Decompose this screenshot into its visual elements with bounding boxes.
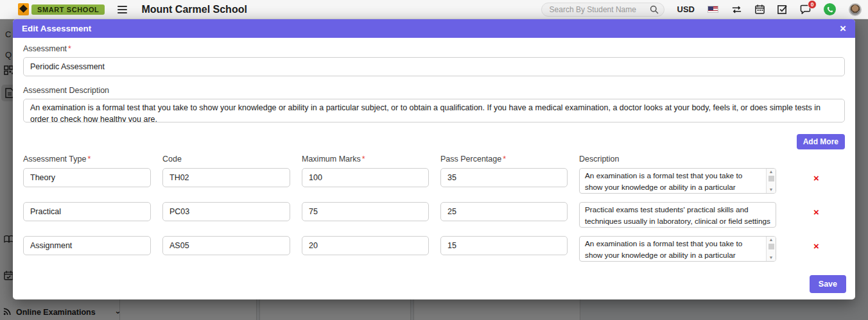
column-description: Description bbox=[579, 155, 776, 164]
code-field[interactable] bbox=[162, 168, 290, 187]
textarea-scrollbar[interactable]: ▲ ▼ bbox=[766, 169, 776, 193]
scroll-thumb[interactable] bbox=[768, 244, 774, 249]
hamburger-menu-icon[interactable] bbox=[117, 6, 127, 13]
type-field[interactable] bbox=[23, 202, 151, 221]
language-flag-icon[interactable] bbox=[707, 6, 718, 13]
exchange-icon[interactable] bbox=[731, 6, 742, 13]
description-field[interactable]: An examination is a formal test that you… bbox=[579, 168, 776, 194]
search-input[interactable] bbox=[541, 3, 664, 17]
chat-icon[interactable]: 0 bbox=[800, 4, 811, 14]
scroll-down-icon[interactable]: ▼ bbox=[769, 255, 774, 260]
code-field[interactable] bbox=[162, 202, 290, 221]
assessment-type-header-row: Assessment Type* Code Maximum Marks* Pas… bbox=[23, 155, 845, 167]
scroll-up-icon[interactable]: ▲ bbox=[769, 237, 774, 242]
textarea-scrollbar[interactable]: ▲ ▼ bbox=[766, 237, 776, 261]
student-search bbox=[541, 3, 664, 17]
description-field[interactable]: An examination is a formal test that you… bbox=[579, 236, 776, 262]
delete-row-icon[interactable]: × bbox=[813, 241, 819, 251]
delete-row-icon[interactable]: × bbox=[813, 173, 819, 183]
maximum-marks-field[interactable] bbox=[302, 168, 429, 187]
type-field[interactable] bbox=[23, 236, 151, 255]
pass-percentage-field[interactable] bbox=[440, 236, 568, 255]
maximum-marks-field[interactable] bbox=[302, 236, 429, 255]
assessment-type-row: An examination is a formal test that you… bbox=[23, 236, 845, 262]
column-pass-percentage: Pass Percentage* bbox=[440, 155, 568, 164]
calendar-icon[interactable] bbox=[755, 4, 765, 14]
tasks-icon[interactable] bbox=[777, 4, 787, 14]
assessment-name-field[interactable] bbox=[23, 57, 845, 76]
logo-icon bbox=[18, 3, 29, 15]
pass-percentage-field[interactable] bbox=[440, 168, 568, 187]
user-avatar[interactable] bbox=[849, 3, 862, 16]
assessment-description-label: Assessment Description bbox=[23, 86, 845, 95]
column-maximum-marks: Maximum Marks* bbox=[302, 155, 429, 164]
edit-assessment-modal: Edit Assessment × Assessment* Assessment… bbox=[13, 19, 855, 299]
top-navbar: SMART SCHOOL Mount Carmel School USD 0 bbox=[0, 0, 868, 19]
type-field[interactable] bbox=[23, 168, 151, 187]
logo-text: SMART SCHOOL bbox=[31, 4, 105, 15]
scroll-thumb[interactable] bbox=[768, 176, 774, 181]
assessment-description-field[interactable]: An examination is a formal test that you… bbox=[23, 99, 845, 122]
assessment-label: Assessment* bbox=[23, 44, 845, 53]
column-code: Code bbox=[162, 155, 290, 164]
modal-header: Edit Assessment × bbox=[13, 19, 855, 38]
maximum-marks-field[interactable] bbox=[302, 202, 429, 221]
notification-badge: 0 bbox=[808, 0, 817, 9]
description-field[interactable]: Practical exams test students' practical… bbox=[579, 202, 776, 228]
scroll-up-icon[interactable]: ▲ bbox=[769, 169, 774, 174]
close-icon[interactable]: × bbox=[840, 23, 846, 34]
scroll-down-icon[interactable]: ▼ bbox=[769, 187, 774, 192]
modal-title: Edit Assessment bbox=[22, 24, 91, 33]
app-logo[interactable]: SMART SCHOOL bbox=[18, 3, 105, 15]
school-name-title: Mount Carmel School bbox=[141, 4, 247, 15]
modal-body: Assessment* Assessment Description An ex… bbox=[13, 38, 855, 299]
pass-percentage-field[interactable] bbox=[440, 202, 568, 221]
search-icon[interactable] bbox=[650, 5, 659, 17]
code-field[interactable] bbox=[162, 236, 290, 255]
add-more-button[interactable]: Add More bbox=[797, 134, 845, 149]
delete-row-icon[interactable]: × bbox=[813, 207, 819, 217]
assessment-type-row: Practical exams test students' practical… bbox=[23, 202, 845, 228]
assessment-type-row: An examination is a formal test that you… bbox=[23, 168, 845, 194]
currency-selector[interactable]: USD bbox=[677, 4, 695, 14]
save-button[interactable]: Save bbox=[810, 275, 846, 293]
column-assessment-type: Assessment Type* bbox=[23, 155, 151, 164]
whatsapp-icon[interactable] bbox=[824, 3, 836, 15]
